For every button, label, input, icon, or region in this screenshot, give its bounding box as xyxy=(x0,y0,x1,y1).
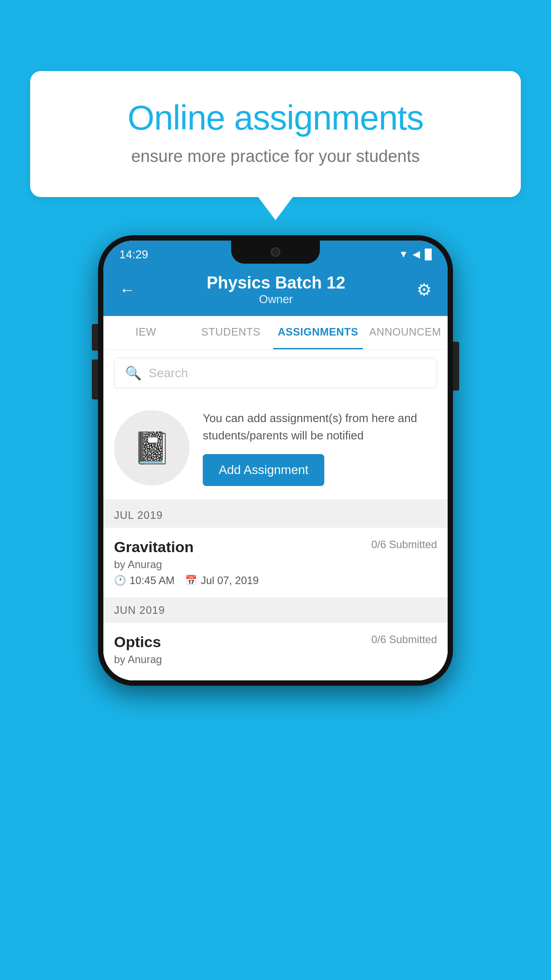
speech-bubble-subtitle: ensure more practice for your students xyxy=(61,147,490,166)
header-title: Physics Batch 12 xyxy=(207,273,346,292)
assignment-submitted-optics: 0/6 Submitted xyxy=(371,633,437,646)
speech-bubble-container: Online assignments ensure more practice … xyxy=(30,71,521,197)
search-bar[interactable]: 🔍 Search xyxy=(114,358,437,388)
back-button[interactable]: ← xyxy=(119,281,135,299)
search-placeholder: Search xyxy=(149,366,188,380)
clock-icon: 🕐 xyxy=(114,575,126,586)
phone-frame: 14:29 ▼ ◀ █ ← Physics Batch 12 Owner ⚙ I… xyxy=(98,235,453,686)
phone-wrapper: 14:29 ▼ ◀ █ ← Physics Batch 12 Owner ⚙ I… xyxy=(98,235,453,686)
assignment-title-gravitation: Gravitation xyxy=(114,538,193,556)
app-header: ← Physics Batch 12 Owner ⚙ xyxy=(103,265,448,316)
assignment-icon: 📓 xyxy=(133,430,171,466)
phone-camera xyxy=(271,247,280,257)
status-time: 14:29 xyxy=(119,248,148,261)
search-icon: 🔍 xyxy=(125,365,142,381)
phone-screen: 14:29 ▼ ◀ █ ← Physics Batch 12 Owner ⚙ I… xyxy=(103,241,448,680)
assignment-date: Jul 07, 2019 xyxy=(201,574,259,587)
section-label-jun: JUN 2019 xyxy=(114,604,165,616)
phone-volume-down-button xyxy=(92,360,98,399)
assignment-author-gravitation: by Anurag xyxy=(114,558,437,571)
phone-power-button xyxy=(453,342,459,391)
assignment-optics-top-row: Optics 0/6 Submitted xyxy=(114,633,437,651)
assignment-time-item: 🕐 10:45 AM xyxy=(114,574,174,587)
assignment-item-gravitation[interactable]: Gravitation 0/6 Submitted by Anurag 🕐 10… xyxy=(103,528,448,598)
header-subtitle: Owner xyxy=(207,292,346,306)
wifi-icon: ▼ xyxy=(399,249,409,260)
speech-bubble-title: Online assignments xyxy=(61,98,490,138)
header-title-block: Physics Batch 12 Owner xyxy=(207,273,346,306)
assignment-submitted-gravitation: 0/6 Submitted xyxy=(371,538,437,551)
section-label-jul: JUL 2019 xyxy=(114,509,163,521)
assignment-author-optics: by Anurag xyxy=(114,653,437,666)
speech-bubble: Online assignments ensure more practice … xyxy=(30,71,521,197)
tab-students[interactable]: STUDENTS xyxy=(189,316,274,349)
assignment-top-row: Gravitation 0/6 Submitted xyxy=(114,538,437,556)
assignment-item-optics[interactable]: Optics 0/6 Submitted by Anurag xyxy=(103,623,448,680)
assignment-time: 10:45 AM xyxy=(130,574,174,587)
calendar-icon: 📅 xyxy=(185,575,197,586)
search-container: 🔍 Search xyxy=(103,350,448,396)
tab-iew[interactable]: IEW xyxy=(103,316,189,349)
section-header-jul: JUL 2019 xyxy=(103,503,448,528)
section-header-jun: JUN 2019 xyxy=(103,598,448,623)
promo-block: 📓 You can add assignment(s) from here an… xyxy=(103,396,448,503)
tab-bar: IEW STUDENTS ASSIGNMENTS ANNOUNCEM xyxy=(103,316,448,350)
settings-icon[interactable]: ⚙ xyxy=(417,280,432,300)
add-assignment-button[interactable]: Add Assignment xyxy=(203,454,324,486)
promo-description: You can add assignment(s) from here and … xyxy=(203,410,437,444)
battery-icon: █ xyxy=(425,249,432,260)
assignment-title-optics: Optics xyxy=(114,633,161,651)
tab-announcements[interactable]: ANNOUNCEM xyxy=(363,316,448,349)
assignment-date-item: 📅 Jul 07, 2019 xyxy=(185,574,259,587)
assignment-meta-gravitation: 🕐 10:45 AM 📅 Jul 07, 2019 xyxy=(114,574,437,587)
promo-content: You can add assignment(s) from here and … xyxy=(203,410,437,486)
promo-icon-circle: 📓 xyxy=(114,410,189,486)
tab-assignments[interactable]: ASSIGNMENTS xyxy=(273,316,363,349)
signal-icon: ◀ xyxy=(413,249,420,260)
status-icons: ▼ ◀ █ xyxy=(399,249,432,260)
phone-volume-up-button xyxy=(92,324,98,351)
phone-notch xyxy=(231,241,320,264)
